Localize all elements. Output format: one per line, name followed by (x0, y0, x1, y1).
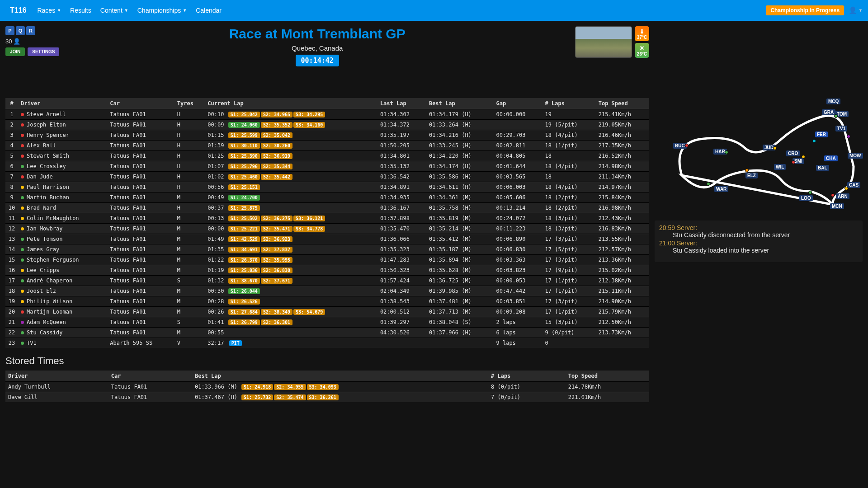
sector-badge: S2: 36.830 (261, 267, 292, 273)
table-row[interactable]: 6Lee CrossleyTatuus FA01H01:07 S1: 25.79… (5, 161, 649, 172)
map-label: ARN (836, 193, 849, 199)
sector-badge: S1: 42.529 (228, 236, 260, 242)
sector-badge: S1: 25.732 (241, 394, 273, 400)
stored-col[interactable]: Best Lap (192, 371, 488, 382)
sector-badge: S1: 25.796 (228, 164, 260, 169)
sector-badge: S1: 27.684 (228, 309, 260, 315)
col-car[interactable]: Car (107, 98, 175, 109)
table-row[interactable]: 21Adam McQueenTatuus FA01S01:41 S1: 26.7… (5, 317, 649, 328)
chevron-down-icon: ▼ (57, 8, 61, 13)
sector-badge: S1: 25.502 (228, 216, 260, 221)
col-lastlap[interactable]: Last Lap (377, 98, 426, 109)
sector-badge: S1: 26.044 (228, 288, 260, 294)
stored-col[interactable]: # Laps (488, 371, 566, 382)
map-label: LOO (799, 195, 813, 201)
sector-badge: S1: 25.390 (228, 153, 260, 159)
table-row[interactable]: 15Stephen FergusonTatuus FA01M01:22 S1: … (5, 255, 649, 265)
table-row[interactable]: 23TV1Abarth 595 SSV32:17 PIT9 laps0 (5, 338, 649, 348)
table-row[interactable]: 2Joseph EltonTatuus FA01H00:09 S1: 24.06… (5, 120, 649, 130)
status-dot (21, 321, 24, 324)
nav-item-results[interactable]: Results (66, 3, 96, 18)
table-row[interactable]: 4Alex BallTatuus FA01H01:39 S1: 30.110S2… (5, 141, 649, 151)
col-tyres[interactable]: Tyres (175, 98, 205, 109)
status-dot (21, 248, 24, 251)
table-row[interactable]: 10Brad WardTatuus FA01H00:37 S1: 25.8750… (5, 203, 649, 213)
nav-brand[interactable]: T116 (5, 4, 31, 17)
session-btn-p[interactable]: P (5, 26, 14, 35)
table-row[interactable]: 14James GrayTatuus FA01M01:35 S1: 34.691… (5, 244, 649, 255)
log-entry: 21:00 Server:Stu Cassidy loaded into the… (659, 239, 858, 254)
track-thumbnail[interactable] (575, 26, 632, 58)
settings-button[interactable]: SETTINGS (28, 47, 59, 56)
sector-badge: S1: 24.700 (228, 195, 260, 201)
sector-badge: S1: 26.799 (228, 319, 260, 325)
table-row[interactable]: 1Steve ArnellTatuus FA01H00:10 S1: 25.04… (5, 109, 649, 120)
table-row[interactable]: 13Pete TomsonTatuus FA01M01:49 S1: 42.52… (5, 234, 649, 244)
table-row[interactable]: 19Phillip WilsonTatuus FA01M00:28 S1: 26… (5, 296, 649, 307)
table-row[interactable]: 16Lee CrippsTatuus FA01M01:19 S1: 25.836… (5, 265, 649, 276)
stored-row[interactable]: Andy TurnbullTatuus FA0101:33.966 (M) S1… (5, 382, 649, 392)
status-dot (21, 186, 24, 189)
table-row[interactable]: 20Martijn LoomanTatuus FA01M00:26 S1: 27… (5, 307, 649, 317)
server-log[interactable]: 20:59 Server:Stu Cassidy disconnected fr… (655, 221, 863, 262)
map-label: MOW (848, 153, 863, 159)
navbar: T116 Races▼ResultsContent▼Championships▼… (0, 0, 868, 21)
stored-col[interactable]: Top Speed (566, 371, 649, 382)
table-row[interactable]: 11Colin McNaughtonTatuus FA01M00:13 S1: … (5, 213, 649, 224)
nav-item-calendar[interactable]: Calendar (191, 3, 226, 18)
map-label: CRO (786, 150, 800, 156)
car-dot (792, 160, 795, 164)
table-row[interactable]: 12Ian MowbrayTatuus FA01M00:00 S1: 25.22… (5, 224, 649, 234)
sector-badge: S3: 34.160 (293, 122, 325, 128)
car-dot (847, 135, 850, 138)
status-dot (21, 310, 24, 314)
track-map[interactable]: MCQ GRA TOM TV1 FER CHA MOW CRO SMI JUD … (655, 89, 863, 216)
col-gap[interactable]: Gap (494, 98, 542, 109)
col-currentlap[interactable]: Current Lap (205, 98, 377, 109)
table-row[interactable]: 8Paul HarrisonTatuus FA01H00:56 S1: 25.1… (5, 182, 649, 192)
status-dot (21, 217, 24, 220)
join-button[interactable]: JOIN (5, 47, 25, 56)
sector-badge: S1: 25.875 (228, 205, 260, 211)
sector-badge: S2: 35.471 (261, 226, 292, 232)
status-dot (21, 342, 24, 345)
status-dot (21, 155, 24, 158)
col-topspeed[interactable]: Top Speed (596, 98, 649, 109)
session-btn-q[interactable]: Q (16, 26, 25, 35)
table-row[interactable]: 18Joost ElzTatuus FA01M00:30 S1: 26.0440… (5, 286, 649, 296)
nav-item-content[interactable]: Content▼ (96, 3, 133, 18)
status-dot (21, 238, 24, 241)
stored-col[interactable]: Car (108, 371, 192, 382)
sector-badge: S2: 37.837 (261, 247, 292, 253)
session-btn-r[interactable]: R (26, 26, 35, 35)
col-bestlap[interactable]: Best Lap (426, 98, 494, 109)
status-dot (21, 134, 24, 137)
car-dot (802, 155, 805, 159)
table-row[interactable]: 17André ChaperonTatuus FA01S01:32 S1: 38… (5, 276, 649, 286)
nav-item-races[interactable]: Races▼ (33, 3, 66, 18)
map-label: WIL (774, 164, 786, 170)
car-dot (725, 150, 728, 154)
sector-badge: S1: 24.060 (228, 122, 260, 128)
players-icon: 👤 (13, 38, 20, 45)
status-dot (21, 269, 24, 272)
col-laps[interactable]: # Laps (542, 98, 596, 109)
user-menu[interactable]: 👤 ▼ (849, 6, 863, 14)
sector-badge: S1: 26.526 (228, 299, 260, 305)
table-row[interactable]: 22Stu CassidyTatuus FA01M00:55 04:30.526… (5, 328, 649, 338)
nav-item-championships[interactable]: Championships▼ (133, 3, 191, 18)
stored-row[interactable]: Dave GillTatuus FA0101:37.467 (H) S1: 25… (5, 392, 649, 403)
stored-col[interactable]: Driver (5, 371, 108, 382)
sector-badge: S3: 34.295 (293, 112, 325, 117)
map-label: FER (815, 131, 828, 137)
table-row[interactable]: 7Dan JudeTatuus FA01H01:02 S1: 25.460S2:… (5, 172, 649, 182)
col-driver[interactable]: Driver (18, 98, 107, 109)
table-row[interactable]: 9Martin BuchanTatuus FA01M00:49 S1: 24.7… (5, 192, 649, 203)
col-[interactable]: # (5, 98, 18, 109)
status-dot (21, 227, 24, 230)
table-row[interactable]: 3Henry SpencerTatuus FA01H01:15 S1: 25.5… (5, 130, 649, 141)
map-label: CHA (824, 155, 838, 161)
car-dot (808, 191, 812, 194)
table-row[interactable]: 5Stewart SmithTatuus FA01H01:25 S1: 25.3… (5, 151, 649, 161)
sector-badge: S2: 36.301 (261, 319, 292, 325)
